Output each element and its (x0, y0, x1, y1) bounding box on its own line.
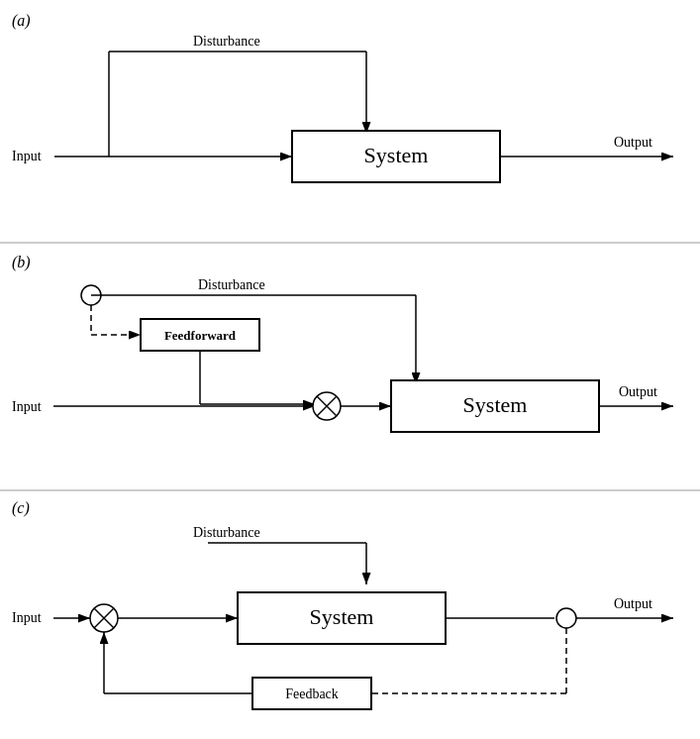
panel-a-label: (a) (12, 12, 31, 30)
input-c: Input (12, 610, 42, 625)
sense-circle-c (556, 608, 576, 628)
system-text-c: System (310, 604, 374, 629)
disturbance-c: Disturbance (193, 525, 260, 540)
output-b: Output (619, 384, 657, 399)
disturbance-a: Disturbance (193, 34, 260, 49)
system-text-a: System (364, 143, 429, 167)
output-a: Output (614, 135, 652, 150)
feedback-text: Feedback (285, 686, 339, 701)
input-b: Input (12, 399, 42, 414)
panel-b-label: (b) (12, 254, 31, 271)
feedforward-text: Feedforward (164, 328, 237, 343)
output-c: Output (614, 596, 652, 611)
system-text-b: System (463, 392, 528, 417)
panel-c-label: (c) (12, 499, 30, 517)
disturbance-b: Disturbance (198, 277, 265, 292)
input-a: Input (12, 149, 42, 163)
